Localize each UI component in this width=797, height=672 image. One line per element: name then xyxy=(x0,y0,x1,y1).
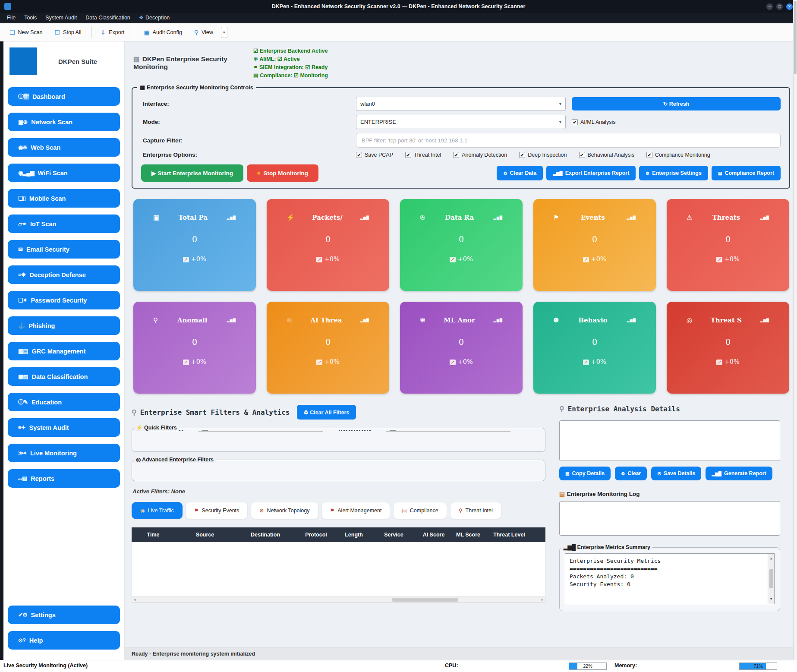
view-dropdown-arrow[interactable]: ▾ xyxy=(221,27,227,38)
sidebar-item-web-scan[interactable]: ◉❊Web Scan xyxy=(8,138,120,157)
clear-data-button[interactable]: ♻Clear Data xyxy=(497,166,543,180)
column-header-ml-score: ML Score xyxy=(451,532,485,538)
sidebar-item-email-security[interactable]: ✉Email Security xyxy=(8,240,120,259)
sidebar-item-system-audit[interactable]: ≡✦System Audit xyxy=(8,418,120,437)
stat-card-data-rate[interactable]: ✇Data Ra▂▆█0↗+0% xyxy=(400,199,523,291)
stat-card-behavioral[interactable]: ☻Behavio▂▆█0↗+0% xyxy=(533,302,656,394)
option-checkbox-behavioral-analysis[interactable]: ✔Behavioral Analysis xyxy=(579,152,634,158)
sidebar-item-network-scan[interactable]: ▣⊕Network Scan xyxy=(8,113,120,131)
scrollbar-thumb[interactable] xyxy=(769,569,773,588)
main-vertical-scrollbar[interactable] xyxy=(793,0,797,672)
toolbar-view-button[interactable]: ⚲View xyxy=(189,27,218,38)
sidebar-item-deception-defense[interactable]: ≡❖Deception Defense xyxy=(8,265,120,284)
sidebar-item-reports[interactable]: ▱▧Reports xyxy=(8,469,120,488)
mode-select[interactable]: ENTERPRISE▾ xyxy=(356,115,566,129)
option-checkbox-deep-inspection[interactable]: ✔Deep Inspection xyxy=(519,152,567,158)
stat-card-events[interactable]: ⚑Events▂▆█0↗+0% xyxy=(533,199,656,291)
vertical-scrollbar[interactable]: ▲▼ xyxy=(768,554,774,604)
save-details-button[interactable]: ✇Save Details xyxy=(651,467,701,480)
behavioral-icon: ☻ xyxy=(553,316,559,324)
sidebar-item-phishing[interactable]: ⚓Phishing xyxy=(8,316,120,335)
table-body[interactable] xyxy=(132,542,545,596)
toolbar-stop-all-button[interactable]: ☐Stop All xyxy=(50,27,87,38)
tab-live-traffic[interactable]: ◉Live Traffic xyxy=(132,502,183,519)
toolbar-export-button[interactable]: ⇓Export xyxy=(96,27,130,38)
card-delta: ↗+0% xyxy=(667,256,789,262)
stat-card-anomalies[interactable]: ⚲Anomali▂▆█0↗+0% xyxy=(133,302,256,394)
tab-compliance[interactable]: ▤Compliance xyxy=(393,502,447,519)
sidebar-item-data-classification[interactable]: ▦▨Data Classification xyxy=(8,367,120,386)
stat-card-total-packets[interactable]: ▣Total Pa▂▆█0↗+0% xyxy=(133,199,256,291)
menu-system-audit[interactable]: System Audit xyxy=(41,13,81,23)
stop-monitoring-button[interactable]: ■Stop Monitoring xyxy=(247,164,318,182)
interface-select[interactable]: wlan0▾ xyxy=(356,97,566,111)
generate-report-button[interactable]: ▂▆█Generate Report xyxy=(706,467,772,480)
menu-deception[interactable]: ❖Deception xyxy=(135,13,174,23)
chart-icon: ▂▆█ xyxy=(760,319,769,322)
minimize-button[interactable]: – xyxy=(766,3,773,10)
capture-filter-input[interactable]: BPF filter: 'tcp port 80' or 'host 192.1… xyxy=(356,133,781,148)
monitoring-log-textarea[interactable] xyxy=(559,501,780,536)
scrollbar-thumb[interactable] xyxy=(392,598,458,602)
export-enterprise-report-button[interactable]: ▂▆█Export Enterprise Report xyxy=(546,166,636,180)
threats-icon: ⚠ xyxy=(687,214,692,221)
cpu-progressbar: 22% xyxy=(569,663,607,670)
tab-security-events[interactable]: ⚑Security Events xyxy=(186,502,248,519)
horizontal-scrollbar[interactable]: ◂ ▸ xyxy=(132,597,545,603)
sidebar-item-password-security[interactable]: ❏✦Password Security xyxy=(8,291,120,309)
option-checkbox-compliance-monitoring[interactable]: ✔Compliance Monitoring xyxy=(646,152,710,158)
sidebar-item-settings[interactable]: ✔⚙Settings xyxy=(8,606,120,624)
tab-network-topology[interactable]: ⊕Network Topology xyxy=(251,502,318,519)
wifi-scan-icon: ◉▂▄▆ xyxy=(18,170,34,176)
scroll-right-icon[interactable]: ▸ xyxy=(540,598,545,602)
tab-threat-intel[interactable]: ⚲Threat Intel xyxy=(450,502,501,519)
quick-filter-slider[interactable] xyxy=(386,431,511,432)
menu-tools[interactable]: Tools xyxy=(20,13,41,23)
maximize-button[interactable]: □ xyxy=(776,3,783,10)
sidebar-item-grc-management[interactable]: ▦▤GRC Management xyxy=(8,342,120,360)
compliance-report-button[interactable]: ▤Compliance Report xyxy=(712,166,781,180)
stat-card-ai-threats[interactable]: ⚛AI Threa▂▆█0↗+0% xyxy=(267,302,389,394)
aiml-analysis-checkbox[interactable]: ✔AI/ML Analysis xyxy=(572,119,781,125)
toolbar-new-scan-button[interactable]: ❏New Scan xyxy=(4,27,48,38)
sidebar-item-education[interactable]: ⓘ✎Education xyxy=(8,393,120,411)
help-icon: ⊘? xyxy=(18,637,25,644)
sidebar-item-mobile-scan[interactable]: ❏▯Mobile Scan xyxy=(8,189,120,208)
metrics-summary-text[interactable]: Enterprise Security Metrics ============… xyxy=(565,553,775,604)
clear-all-filters-button[interactable]: ♻ Clear All Filters xyxy=(297,405,356,420)
analysis-details-textarea[interactable] xyxy=(559,420,780,461)
close-button[interactable]: ✕ xyxy=(786,3,793,10)
checkbox-check-icon: ✔ xyxy=(405,152,411,158)
sidebar-item-iot-scan[interactable]: ▱⚭IoT Scan xyxy=(8,215,120,233)
tab-alert-management[interactable]: ⚑Alert Management xyxy=(321,502,391,519)
scroll-down-icon[interactable]: ▼ xyxy=(770,595,772,603)
start-monitoring-button[interactable]: ▶ Start Enterprise Monitoring xyxy=(141,164,243,182)
stat-card-threat-score[interactable]: ◎Threat S▂▆█0↗+0% xyxy=(667,302,789,394)
sidebar-item-dashboard[interactable]: ⓘ▦Dashboard xyxy=(8,87,120,106)
refresh-button[interactable]: ↻ Refresh xyxy=(572,97,781,110)
copy-details-button[interactable]: ▤Copy Details xyxy=(559,467,611,480)
enterprise-settings-button[interactable]: ⚙Enterprise Settings xyxy=(639,166,708,180)
compliance-icon: ▤ xyxy=(402,508,406,514)
sidebar-item-wifi-scan[interactable]: ◉▂▄▆WiFi Scan xyxy=(8,164,120,182)
quick-filter-clipped-control[interactable] xyxy=(339,430,371,432)
sidebar-item-help[interactable]: ⊘?Help xyxy=(8,631,120,650)
toolbar-audit-config-button[interactable]: ▦Audit Config xyxy=(139,27,187,38)
sidebar-item-live-monitoring[interactable]: ≫⌖Live Monitoring xyxy=(8,444,120,462)
menu-file[interactable]: File xyxy=(3,13,20,23)
option-checkbox-threat-intel[interactable]: ✔Threat Intel xyxy=(405,152,441,158)
stat-card-threats[interactable]: ⚠Threats▂▆█0↗+0% xyxy=(667,199,789,291)
card-value: 0 xyxy=(533,234,656,244)
menu-data-classification[interactable]: Data Classification xyxy=(81,13,135,23)
option-checkbox-save-pcap[interactable]: ✔Save PCAP xyxy=(356,152,393,158)
clear-button[interactable]: ♻Clear xyxy=(615,467,647,480)
scroll-left-icon[interactable]: ◂ xyxy=(132,598,137,602)
stat-card-ml-anomalies[interactable]: ❃ML Anor▂▆█0↗+0% xyxy=(400,302,523,394)
traffic-table: TimeSourceDestinationProtocolLengthServi… xyxy=(132,527,545,603)
scroll-up-icon[interactable]: ▲ xyxy=(770,555,772,562)
scrollbar-thumb[interactable] xyxy=(794,1,797,74)
stat-card-packets-rate[interactable]: ⚡Packets/▂▆█0↗+0% xyxy=(267,199,389,291)
card-title: ML Anor xyxy=(444,316,475,324)
quick-filter-slider[interactable] xyxy=(198,431,323,432)
option-checkbox-anomaly-detection[interactable]: ✔Anomaly Detection xyxy=(453,152,507,158)
